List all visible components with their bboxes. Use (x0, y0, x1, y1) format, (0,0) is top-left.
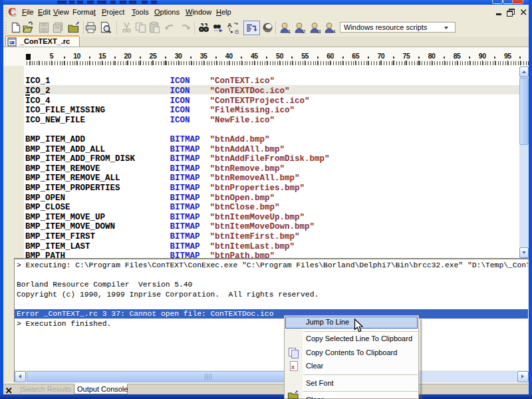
svg-text:3: 3 (318, 29, 321, 35)
svg-text:B: B (235, 29, 239, 35)
svg-text:A: A (227, 22, 232, 29)
svg-text:4: 4 (332, 29, 336, 35)
svg-text:2: 2 (303, 29, 306, 35)
svg-text:1: 1 (288, 29, 291, 35)
